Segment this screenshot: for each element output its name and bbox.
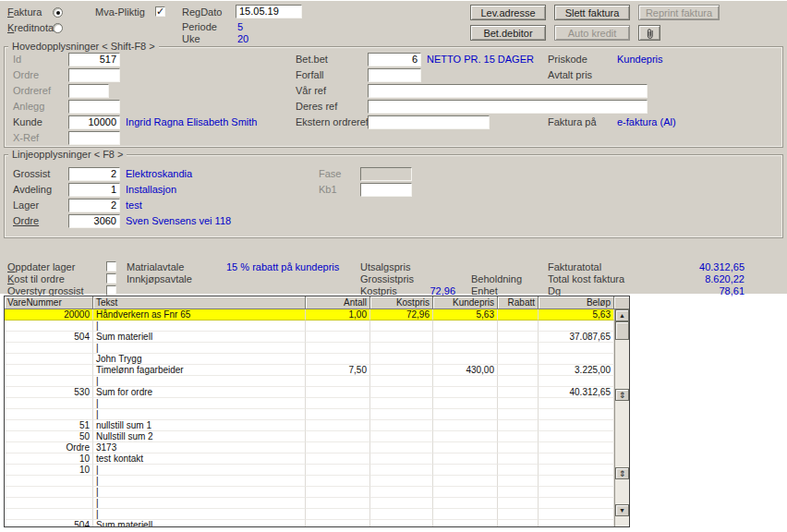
grossist-input[interactable]: 2 <box>68 167 120 181</box>
grid-scrollbar[interactable]: ▲ ⇕ ⇕ ▼ <box>614 309 629 526</box>
kreditnota-radio[interactable] <box>53 23 63 33</box>
table-row[interactable]: 10| <box>5 465 614 476</box>
scroll-up-button[interactable]: ▲ <box>615 309 629 321</box>
ordre-input[interactable] <box>68 68 120 82</box>
scroll-jump-button-1[interactable]: ⇕ <box>615 389 629 401</box>
dg-value: 78,61 <box>647 286 745 296</box>
cell-tekst: | <box>93 398 306 409</box>
kunde-label: Kunde <box>13 117 42 127</box>
forfall-input[interactable] <box>368 68 421 82</box>
deresref-input[interactable] <box>368 100 648 114</box>
scroll-jump-button-2[interactable]: ⇕ <box>615 467 629 479</box>
kost-til-ordre-checkbox[interactable] <box>106 273 116 284</box>
linje-ordre-input[interactable]: 3060 <box>68 214 120 228</box>
kunde-name: Ingrid Ragna Elisabeth Smith <box>126 117 257 127</box>
cell-antall <box>306 442 370 453</box>
regdato-input[interactable]: 15.05.19 <box>236 5 302 18</box>
cell-rabatt <box>498 509 539 520</box>
uke-label: Uke <box>182 34 200 44</box>
grossistpris-label: Grossistpris <box>360 274 414 284</box>
cell-kundepris <box>433 498 498 509</box>
attachment-button[interactable] <box>638 25 660 41</box>
cell-varenr <box>5 498 93 509</box>
regdato-label: RegDato <box>182 7 222 18</box>
cell-tekst: | <box>93 320 306 332</box>
cell-antall <box>306 487 370 498</box>
table-row[interactable]: | <box>5 509 614 520</box>
fase-input <box>360 167 412 181</box>
table-row[interactable]: | <box>5 409 614 420</box>
cell-rabatt <box>498 420 539 431</box>
column-header-0[interactable]: VareNummer <box>5 296 93 309</box>
innkjopsavtale-label: Innkjøpsavtale <box>127 274 192 284</box>
betbet-terms: NETTO PR. 15 DAGER <box>427 54 534 65</box>
mva-checkbox-label: Mva-Pliktig <box>95 7 145 18</box>
oppdater-lager-checkbox[interactable] <box>106 261 116 272</box>
cell-kostpris <box>370 465 433 476</box>
linjeopplysninger-title: Linjeopplysninger < F8 > <box>8 150 127 160</box>
table-row[interactable]: Timelønn fagarbeider7,50430,003.225,00 <box>5 365 614 376</box>
kunde-input[interactable]: 10000 <box>68 115 120 129</box>
overstyr-grossist-checkbox[interactable] <box>106 285 116 296</box>
id-input[interactable]: 517 <box>68 53 120 66</box>
column-header-3[interactable]: Kostpris <box>370 296 433 309</box>
cell-kundepris <box>433 343 498 354</box>
cell-belop <box>539 520 614 526</box>
linje-ordre-name: Sven Svensens vei 118 <box>126 216 231 226</box>
varref-input[interactable] <box>368 84 648 98</box>
grossist-name: Elektroskandia <box>126 169 192 179</box>
deresref-label: Deres ref <box>296 102 337 112</box>
cell-varenr <box>5 354 93 365</box>
bet-debitor-button[interactable]: Bet.debitor <box>470 25 546 41</box>
grid-header: VareNummerTekstAntallKostprisKundeprisRa… <box>5 296 629 309</box>
ordreref-input[interactable] <box>68 84 109 98</box>
cell-kundepris <box>433 442 498 453</box>
table-row[interactable]: 504Sum materiell37.087,65 <box>5 332 614 343</box>
kb1-input[interactable] <box>360 183 412 197</box>
column-header-5[interactable]: Rabatt <box>498 296 539 309</box>
linje-ordre-label: Ordre <box>13 216 39 226</box>
table-row[interactable]: 530Sum for ordre40.312,65 <box>5 387 614 398</box>
table-row[interactable]: Ordre3173 <box>5 442 614 453</box>
table-row[interactable]: | <box>5 487 614 498</box>
cell-kundepris <box>433 453 498 465</box>
scroll-down-button[interactable]: ▼ <box>615 504 629 516</box>
scroll-thumb[interactable] <box>615 321 629 340</box>
cell-belop <box>539 376 614 387</box>
cell-antall <box>306 320 370 332</box>
lev-adresse-button[interactable]: Lev.adresse <box>470 5 546 20</box>
table-row[interactable]: 51nullstill sum 1 <box>5 420 614 431</box>
column-header-2[interactable]: Antall <box>306 296 370 309</box>
column-header-1[interactable]: Tekst <box>93 296 306 309</box>
lager-input[interactable]: 2 <box>68 199 120 212</box>
table-row[interactable]: | <box>5 476 614 487</box>
table-row[interactable]: | <box>5 343 614 354</box>
table-row[interactable]: | <box>5 320 614 332</box>
table-row[interactable]: | <box>5 498 614 509</box>
column-header-6[interactable]: Beløp <box>539 296 614 309</box>
cell-rabatt <box>498 442 539 453</box>
cell-varenr: Ordre <box>5 442 93 453</box>
betbet-input[interactable]: 6 <box>368 53 421 66</box>
periode-label: Periode <box>182 22 217 32</box>
anlegg-input[interactable] <box>68 100 120 114</box>
table-row-selected[interactable]: 20000Håndverkern as Fnr 651,0072,965,635… <box>5 309 614 320</box>
mva-checkbox[interactable] <box>155 6 165 17</box>
ekstern-ordreref-input[interactable] <box>368 115 490 129</box>
table-row[interactable]: | <box>5 398 614 409</box>
table-row[interactable]: 10test kontakt <box>5 453 614 465</box>
xref-input[interactable] <box>68 131 120 145</box>
table-row[interactable]: 504Sum materiell <box>5 520 614 526</box>
faktura-radio[interactable] <box>53 7 63 18</box>
slett-faktura-button[interactable]: Slett faktura <box>554 5 630 20</box>
column-header-4[interactable]: Kundepris <box>433 296 498 309</box>
table-row[interactable]: 50Nullstill sum 2 <box>5 431 614 442</box>
table-row[interactable]: John Trygg <box>5 354 614 365</box>
down-arrow-icon: ▼ <box>619 507 625 514</box>
cell-belop <box>539 465 614 476</box>
paperclip-icon <box>645 28 655 40</box>
cell-tekst: Sum materiell <box>93 520 306 526</box>
table-row[interactable]: | <box>5 376 614 387</box>
cell-varenr <box>5 320 93 332</box>
avdeling-input[interactable]: 1 <box>68 183 120 197</box>
